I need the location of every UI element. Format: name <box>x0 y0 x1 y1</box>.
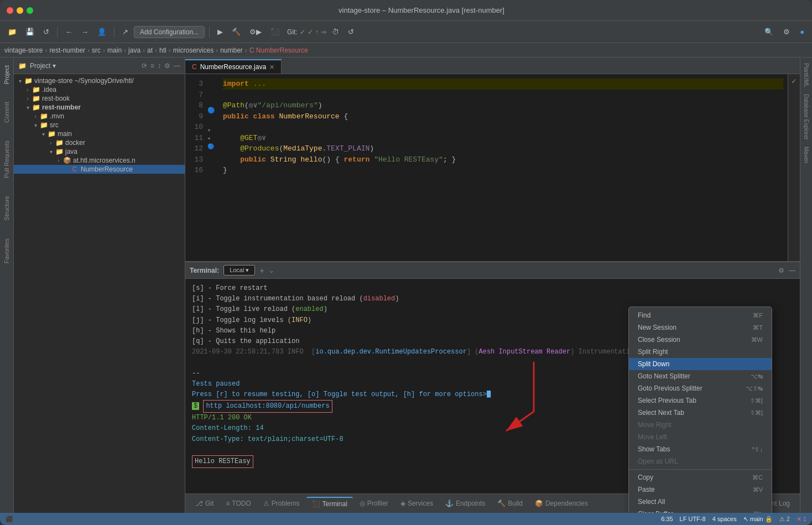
far-right-tab-maven[interactable]: Maven <box>802 143 810 167</box>
tree-item[interactable]: ▾ 📁 rest-number <box>14 103 185 112</box>
git-arrow: ⇒ <box>321 28 326 36</box>
folder-icon[interactable]: 📁 <box>4 26 20 38</box>
sidebar-tab-structure[interactable]: Structure <box>2 193 11 224</box>
status-encoding[interactable]: LF UTF-8 <box>680 516 706 522</box>
tree-item[interactable]: › 📁 docker <box>14 138 185 147</box>
line-num: 3 <box>185 79 203 90</box>
bc-main[interactable]: main <box>107 46 122 54</box>
bc-java[interactable]: java <box>128 46 140 54</box>
ctx-select-prev-tab[interactable]: Select Previous Tab ⇧⌘[ <box>629 394 772 407</box>
bc-htl[interactable]: htl <box>159 46 166 54</box>
back-icon[interactable]: ← <box>62 26 76 38</box>
tree-item[interactable]: ▾ 📁 vintage-store ~/SynologyDrive/htl/ <box>14 76 185 85</box>
status-git-branch[interactable]: ⬛ <box>6 516 13 523</box>
ctx-select-all[interactable]: Select All <box>629 496 772 508</box>
tree-item[interactable]: › 📁 .idea <box>14 85 185 94</box>
maximize-button[interactable] <box>27 7 33 14</box>
bottom-tab-todo[interactable]: ≡ TODO <box>220 497 256 510</box>
bottom-tab-dependencies[interactable]: 📦 Dependencies <box>529 497 594 510</box>
run2-icon[interactable]: ⚙▶ <box>246 26 265 38</box>
sort-icon[interactable]: ↕ <box>158 62 161 70</box>
sidebar-tab-favorites[interactable]: Favorites <box>2 235 11 267</box>
bottom-tab-endpoints[interactable]: ⚓ Endpoints <box>440 497 491 510</box>
tree-item-label: docker <box>65 139 85 147</box>
editor-tab-number-resource[interactable]: C NumberResource.java ✕ <box>185 59 282 74</box>
tree-item[interactable]: › 📁 rest-book <box>14 94 185 103</box>
ctx-select-next-tab[interactable]: Select Next Tab ⇧⌘] <box>629 407 772 419</box>
status-branch[interactable]: ↖ main 🔒 <box>743 516 773 523</box>
bc-src[interactable]: src <box>92 46 101 54</box>
revert-icon[interactable]: ↺ <box>345 26 357 38</box>
add-configuration-button[interactable]: Add Configuration... <box>134 26 205 38</box>
ctx-copy[interactable]: Copy ⌘C <box>629 471 772 484</box>
ctx-find[interactable]: Find ⌘F <box>629 309 772 321</box>
history-icon[interactable]: ⏱ <box>329 26 342 38</box>
close-icon[interactable]: — <box>174 62 180 70</box>
search-icon[interactable]: 🔍 <box>761 26 777 38</box>
ctx-goto-prev-splitter-label: Goto Previous Splitter <box>638 384 702 392</box>
ctx-goto-next-splitter[interactable]: Goto Next Splitter ⌥↹ <box>629 370 772 382</box>
bc-number[interactable]: number <box>220 46 243 54</box>
ctx-new-session[interactable]: New Session ⌘T <box>629 321 772 334</box>
code-line: public class NumberResource { <box>223 111 783 122</box>
bc-vintage-store[interactable]: vintage-store <box>4 46 43 54</box>
cursor-icon[interactable]: ↗ <box>119 26 132 38</box>
user-icon[interactable]: 👤 <box>94 26 110 38</box>
sidebar-tab-commit[interactable]: Commit <box>2 98 11 126</box>
expand-arrow: › <box>32 113 39 119</box>
bottom-tab-build[interactable]: 🔨 Build <box>492 497 528 510</box>
status-warnings[interactable]: ⚠ 2 <box>779 516 790 523</box>
sync-icon[interactable]: ⟳ <box>142 62 147 70</box>
far-right-tab-db[interactable]: Database Explorer <box>802 91 810 143</box>
bottom-tab-problems[interactable]: ⚠ Problems <box>258 497 305 510</box>
tree-item[interactable]: ▾ 📁 java <box>14 147 185 156</box>
ctx-goto-prev-splitter[interactable]: Goto Previous Splitter ⌥⇧↹ <box>629 382 772 394</box>
tab-close-button[interactable]: ✕ <box>269 64 274 71</box>
minimize-button[interactable] <box>17 7 23 14</box>
todo-icon: ≡ <box>226 500 230 507</box>
bc-microservices[interactable]: microservices <box>173 46 214 54</box>
build-icon[interactable]: 🔨 <box>228 26 244 38</box>
tree-item[interactable]: › 📁 .mvn <box>14 112 185 121</box>
refresh-icon[interactable]: ↺ <box>40 26 53 38</box>
status-indent[interactable]: 4 spaces <box>712 516 737 522</box>
settings-icon2[interactable]: ⚙ <box>164 62 170 70</box>
ctx-clear-buffer[interactable]: Clear Buffer ⌘L <box>629 508 772 513</box>
stop-icon[interactable]: ⬛ <box>267 26 283 38</box>
tree-item[interactable]: › 📦 at.htl.microservices.n <box>14 156 185 165</box>
terminal-tab-local[interactable]: Local ▾ <box>223 265 255 276</box>
bottom-tab-services[interactable]: ◈ Services <box>395 497 439 510</box>
forward-icon[interactable]: → <box>78 26 92 38</box>
bottom-tab-terminal[interactable]: ⬛ Terminal <box>306 497 353 510</box>
terminal-settings-icon[interactable]: ⚙ <box>778 267 784 274</box>
ctx-show-tabs[interactable]: Show Tabs ^⇧↓ <box>629 443 772 455</box>
far-right-tab-plantuml[interactable]: PlantUML <box>802 60 810 91</box>
ctx-split-right[interactable]: Split Right <box>629 346 772 358</box>
add-terminal-button[interactable]: + <box>259 266 264 275</box>
ctx-split-down[interactable]: Split Down <box>629 358 772 370</box>
ctx-close-session[interactable]: Close Session ⌘W <box>629 334 772 346</box>
tree-item-number-resource[interactable]: C NumberResource <box>14 165 185 174</box>
collapse-icon[interactable]: ≡ <box>150 62 154 70</box>
bottom-tab-git[interactable]: ⎇ Git <box>190 497 219 510</box>
terminal-chevron[interactable]: ⌄ <box>269 267 274 274</box>
bc-number-resource[interactable]: C NumberResource <box>249 46 308 54</box>
right-area: C NumberResource.java ✕ 3 7 8 9 10 11 12… <box>185 58 800 513</box>
plugins-icon[interactable]: ● <box>797 26 808 38</box>
settings-icon[interactable]: ⚙ <box>780 26 793 38</box>
bc-at[interactable]: at <box>147 46 153 54</box>
ctx-paste[interactable]: Paste ⌘V <box>629 484 772 496</box>
bottom-tab-profiler[interactable]: ◎ Profiler <box>354 497 394 510</box>
sidebar-tab-project[interactable]: Project <box>2 62 11 87</box>
terminal-close-icon[interactable]: — <box>789 267 795 274</box>
status-time[interactable]: 6:35 <box>661 516 673 522</box>
tree-item[interactable]: ▾ 📁 src <box>14 121 185 129</box>
sidebar-tab-pull[interactable]: Pull Requests <box>2 137 11 181</box>
status-errors[interactable]: ✕ 1 <box>797 516 806 523</box>
save-icon[interactable]: 💾 <box>22 26 38 38</box>
bc-rest-number[interactable]: rest-number <box>49 46 85 54</box>
run-icon[interactable]: ▶ <box>214 26 226 38</box>
close-button[interactable] <box>7 7 13 14</box>
tree-item[interactable]: ▾ 📁 main <box>14 129 185 138</box>
code-content[interactable]: import ... @Path(◎∨"/api/numbers") publi… <box>218 74 788 261</box>
